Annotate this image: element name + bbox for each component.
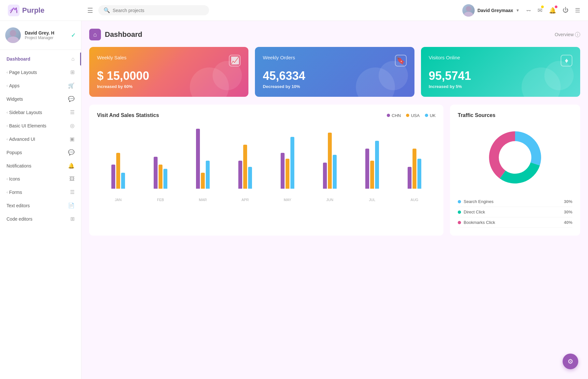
nav-item-label: Sidebar Layouts: [9, 110, 69, 115]
sidebar-profile: David Grey. H Project Manager ✓: [0, 21, 81, 50]
bar-group-aug: [393, 149, 436, 189]
bar-orange: [159, 165, 162, 189]
sidebar-item-apps[interactable]: ‹Apps🛒: [0, 79, 81, 92]
nav-item-label: Dashboard: [7, 56, 70, 62]
bar-label-may: MAY: [266, 198, 309, 202]
mail-icon[interactable]: ✉: [538, 7, 542, 14]
bar-orange: [328, 133, 332, 189]
bar-group-jan: [97, 153, 139, 189]
settings-fab[interactable]: ⚙: [563, 354, 578, 369]
sidebar-item-dashboard[interactable]: Dashboard⌂: [0, 52, 81, 66]
sidebar-item-code-editors[interactable]: Code editors⊞: [0, 212, 81, 226]
bar-chart-title: Visit And Sales Statistics: [97, 112, 159, 118]
chevron-icon: ‹: [7, 70, 8, 75]
bar-label-aug: AUG: [393, 198, 436, 202]
logo-icon: [8, 5, 20, 16]
power-icon[interactable]: ⏻: [563, 7, 568, 14]
overview-link[interactable]: Overview i: [555, 32, 580, 37]
sidebar-item-icons[interactable]: ‹Icons🖼: [0, 172, 81, 185]
bar-purple: [365, 149, 369, 189]
nav-item-icon: 💬: [68, 149, 75, 155]
donut-legend: Search Engines 30% Direct Click 30% Book…: [458, 197, 572, 228]
main-content: ⌂ Dashboard Overview i Weekly Sales 📈 $ …: [81, 21, 588, 379]
fullscreen-icon[interactable]: ⥐: [526, 7, 531, 14]
bar-label-jul: JUL: [351, 198, 393, 202]
sidebar-item-notifications[interactable]: Notifications🔔: [0, 159, 81, 172]
user-avatar: [462, 4, 475, 17]
stat-icon: ♦: [561, 55, 572, 66]
stat-card-top: Weekly Orders 🔖: [263, 55, 406, 66]
nav-item-label: Forms: [9, 190, 69, 195]
svg-point-2: [464, 12, 473, 17]
chart-header: Visit And Sales Statistics CHNUSAUK: [97, 112, 436, 118]
legend-label: UK: [430, 113, 436, 118]
dashboard-header: ⌂ Dashboard Overview i: [89, 29, 580, 40]
dashboard-icon: ⌂: [89, 29, 101, 40]
donut-legend-left: Search Engines: [458, 199, 494, 204]
nav-item-icon: ◎: [70, 123, 75, 129]
profile-role: Project Manager: [25, 36, 67, 40]
sidebar-item-basic-ui-elements[interactable]: ‹Basic UI Elements◎: [0, 119, 81, 132]
bar-blue: [375, 141, 379, 189]
nav-item-label: Code editors: [7, 216, 69, 222]
nav-item-label: Basic UI Elements: [9, 123, 69, 128]
stat-value: 95,5741: [429, 69, 572, 83]
search-icon: 🔍: [104, 7, 110, 13]
bar-blue: [417, 159, 421, 189]
stat-cards: Weekly Sales 📈 $ 15,0000 Increased by 60…: [89, 47, 580, 97]
bar-blue: [121, 173, 125, 189]
legend-item-chn: CHN: [387, 113, 401, 118]
chevron-icon: ‹: [7, 124, 8, 128]
stat-change: Increased by 5%: [429, 84, 572, 89]
sidebar-item-advanced-ui[interactable]: ‹Advanced UI▣: [0, 132, 81, 146]
menu-icon[interactable]: ☰: [87, 7, 93, 14]
bar-blue: [163, 169, 167, 189]
bar-orange: [286, 159, 289, 189]
bar-label-mar: MAR: [182, 198, 224, 202]
stat-icon: 🔖: [395, 55, 407, 66]
bar-blue: [333, 155, 337, 189]
stat-label: Weekly Orders: [263, 55, 295, 60]
sidebar-item-popups[interactable]: Popups💬: [0, 146, 81, 159]
nav-item-icon: 🛒: [68, 82, 75, 89]
bar-label-jun: JUN: [309, 198, 351, 202]
donut-legend-pct: 40%: [564, 220, 572, 225]
donut-chart-card: Traffic Sources Search Engines 30% Direc…: [450, 105, 580, 236]
chevron-icon: ‹: [7, 110, 8, 115]
chevron-icon: ‹: [7, 177, 8, 181]
profile-name: David Grey. H: [25, 30, 67, 36]
stat-card-orange: Weekly Sales 📈 $ 15,0000 Increased by 60…: [89, 47, 248, 97]
bell-icon[interactable]: 🔔: [549, 7, 556, 14]
bar-chart-area: [97, 125, 436, 197]
bar-purple: [281, 153, 285, 189]
svg-point-1: [466, 6, 471, 11]
sidebar-item-page-layouts[interactable]: ‹Page Layouts⊞: [0, 66, 81, 79]
bar-group-may: [266, 137, 309, 189]
nav-item-icon: ☰: [70, 109, 75, 115]
sidebar-item-forms[interactable]: ‹Forms☰: [0, 185, 81, 199]
donut-legend-dot: [458, 211, 461, 214]
bar-group-jul: [351, 141, 393, 189]
svg-point-3: [10, 30, 16, 36]
donut-legend-left: Direct Click: [458, 210, 485, 214]
nav-item-label: Widgets: [7, 96, 67, 102]
bar-group-jun: [309, 133, 351, 189]
list-icon[interactable]: ☰: [575, 7, 580, 14]
donut-legend-item-bookmarks-click: Bookmarks Click 40%: [458, 217, 572, 228]
user-area[interactable]: David Greymaax ▼: [462, 4, 520, 17]
profile-info: David Grey. H Project Manager: [25, 30, 67, 40]
chevron-icon: ‹: [7, 83, 8, 88]
search-input[interactable]: [113, 8, 204, 13]
nav-item-icon: 🔔: [68, 163, 75, 169]
sidebar-item-sidebar-layouts[interactable]: ‹Sidebar Layouts☰: [0, 106, 81, 119]
bar-orange: [413, 149, 416, 189]
sidebar-item-text-editors[interactable]: Text editors📄: [0, 199, 81, 212]
donut-center: [499, 142, 531, 173]
stat-card-blue: Weekly Orders 🔖 45,6334 Decreased by 10%: [255, 47, 414, 97]
donut-svg: [483, 125, 548, 190]
user-name: David Greymaax: [477, 8, 513, 13]
nav-item-label: Advanced UI: [9, 137, 68, 142]
sidebar-item-widgets[interactable]: Widgets💬: [0, 92, 81, 106]
legend-dot: [406, 114, 409, 117]
bar-purple: [154, 157, 158, 189]
